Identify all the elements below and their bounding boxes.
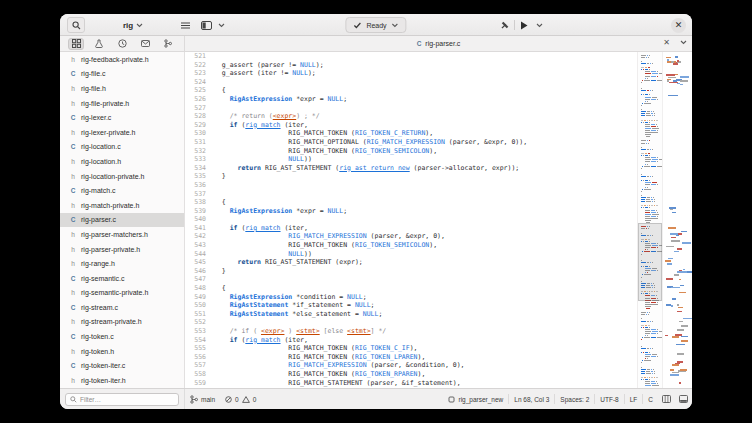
todo-panel-button[interactable] — [114, 38, 130, 50]
file-row[interactable]: hrig-location.h — [60, 154, 184, 169]
bottom-panel-toggle-button[interactable] — [675, 395, 692, 403]
filter-cell: Filter… — [60, 389, 185, 409]
code-line: if (rig_match (iter, — [214, 336, 637, 345]
cursor-position-label: Ln 68, Col 3 — [514, 396, 549, 403]
file-type-icon: C — [69, 143, 77, 150]
code-line — [214, 190, 637, 199]
symbol-context[interactable]: rig_parser_new — [443, 396, 508, 403]
c-file-icon: C — [417, 40, 422, 47]
code-line: RigAstStatement *if_statement = NULL; — [214, 301, 637, 310]
file-row[interactable]: hrig-parser-matchers.h — [60, 227, 184, 242]
code-area[interactable]: g_assert (parser != NULL); g_assert (ite… — [211, 52, 637, 388]
tests-panel-button[interactable] — [91, 38, 107, 50]
minimap-viewport[interactable] — [638, 223, 662, 300]
window-close-button[interactable]: ✕ — [671, 18, 686, 33]
file-type-icon: C — [69, 216, 77, 223]
tab-close-button[interactable]: ✕ — [663, 38, 670, 47]
file-row[interactable]: hrig-lexer-private.h — [60, 125, 184, 140]
code-line: RIG_MATCH_TOKEN (RIG_TOKEN_RPAREN), — [214, 370, 637, 379]
branch-indicator[interactable]: main — [185, 395, 220, 404]
code-line: { — [214, 284, 637, 293]
code-line — [214, 318, 637, 327]
file-row[interactable]: Crig-stream.c — [60, 300, 184, 315]
app-window: rig Ready ✕ — [60, 14, 692, 409]
line-number: 545 — [185, 258, 206, 267]
file-row[interactable]: Crig-token.c — [60, 329, 184, 344]
code-line: RigAstExpression *condition = NULL; — [214, 293, 637, 302]
file-row[interactable]: hrig-range.h — [60, 256, 184, 271]
file-row[interactable]: Crig-semantic.c — [60, 271, 184, 286]
file-type-icon: h — [69, 377, 77, 384]
file-name: rig-token-iter.h — [81, 377, 126, 384]
file-row[interactable]: Crig-token-iter.c — [60, 358, 184, 373]
minimap[interactable] — [637, 52, 662, 388]
warning-count: 0 — [253, 396, 257, 403]
panel-toggle-button[interactable] — [198, 17, 215, 33]
search-icon — [72, 21, 81, 30]
tab-list-button[interactable] — [680, 40, 687, 45]
file-name: rig-lexer.c — [81, 114, 111, 121]
file-name: rig-location.c — [81, 143, 121, 150]
project-title[interactable]: rig — [90, 14, 176, 36]
line-number: 541 — [185, 224, 206, 233]
line-number: 558 — [185, 370, 206, 379]
project-title-label: rig — [123, 21, 133, 30]
diagnostics-indicator[interactable]: 0 0 — [220, 396, 261, 403]
encoding-setting[interactable]: UTF-8 — [595, 396, 623, 403]
file-name: rig-file.h — [81, 85, 106, 92]
cursor-position[interactable]: Ln 68, Col 3 — [509, 396, 554, 403]
build-button[interactable] — [497, 21, 512, 30]
code-line — [214, 78, 637, 87]
code-line — [214, 215, 637, 224]
file-row[interactable]: hrig-token.h — [60, 344, 184, 359]
minimap-toggle-button[interactable] — [658, 395, 675, 403]
file-type-icon: h — [69, 202, 77, 209]
vcs-panel-button[interactable] — [160, 38, 176, 50]
tab-rig-parser[interactable]: C rig-parser.c — [417, 40, 461, 47]
line-number: 543 — [185, 241, 206, 250]
flask-icon — [95, 39, 103, 48]
file-row[interactable]: hrig-file-private.h — [60, 96, 184, 111]
file-row[interactable]: hrig-file.h — [60, 81, 184, 96]
file-row[interactable]: hrig-feedback-private.h — [60, 52, 184, 67]
file-name: rig-stream.c — [81, 304, 118, 311]
file-row[interactable]: Crig-file.c — [60, 67, 184, 82]
menu-button[interactable] — [178, 17, 193, 33]
file-type-icon: C — [69, 362, 77, 369]
file-type-icon: C — [69, 187, 77, 194]
messages-panel-button[interactable] — [137, 38, 153, 50]
build-status-pill[interactable]: Ready — [345, 17, 406, 33]
code-line: NULL)) — [214, 155, 637, 164]
file-row[interactable]: Crig-match.c — [60, 183, 184, 198]
file-row[interactable]: hrig-semantic-private.h — [60, 286, 184, 301]
run-menu-button[interactable] — [533, 23, 546, 28]
file-name: rig-location-private.h — [81, 173, 144, 180]
envelope-icon — [141, 40, 150, 47]
panel-menu-button[interactable] — [215, 17, 228, 33]
statusbar: Filter… main 0 0 rig_parser_new Ln 68, C… — [60, 388, 692, 409]
file-row[interactable]: hrig-token-iter.h — [60, 373, 184, 388]
language-setting[interactable]: C — [643, 396, 658, 403]
file-row[interactable]: hrig-stream-private.h — [60, 315, 184, 330]
run-button[interactable] — [517, 21, 531, 30]
indentation-setting[interactable]: Spaces: 2 — [555, 396, 594, 403]
file-row[interactable]: Crig-location.c — [60, 140, 184, 155]
file-row[interactable]: Crig-parser.c — [60, 213, 184, 228]
file-row[interactable]: hrig-location-private.h — [60, 169, 184, 184]
file-name: rig-token-iter.c — [81, 362, 125, 369]
line-number: 548 — [185, 284, 206, 293]
file-list: hrig-feedback-private.hCrig-file.chrig-f… — [60, 52, 184, 388]
file-row[interactable]: hrig-parser-private.h — [60, 242, 184, 257]
line-number: 537 — [185, 190, 206, 199]
code-editor[interactable]: 5215225235245255265275285295305315325335… — [185, 52, 637, 388]
file-type-icon: C — [69, 333, 77, 340]
line-ending-setting[interactable]: LF — [625, 396, 643, 403]
chevron-down-icon — [536, 23, 543, 28]
file-row[interactable]: hrig-match-private.h — [60, 198, 184, 213]
code-line — [214, 275, 637, 284]
project-tree-panel-button[interactable] — [68, 38, 84, 50]
error-count: 0 — [235, 396, 239, 403]
search-button[interactable] — [67, 17, 85, 33]
filter-input[interactable]: Filter… — [65, 393, 179, 406]
file-row[interactable]: Crig-lexer.c — [60, 110, 184, 125]
